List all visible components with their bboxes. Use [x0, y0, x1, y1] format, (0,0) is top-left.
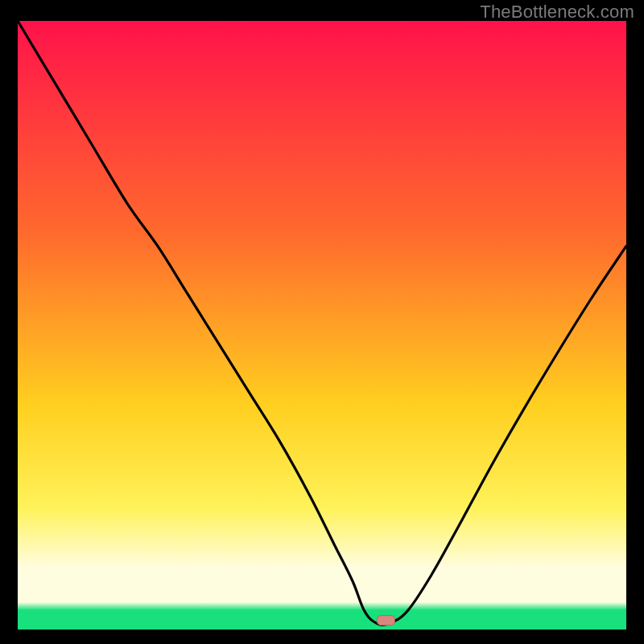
- bottleneck-chart: [18, 21, 626, 630]
- optimal-point-marker: [377, 616, 394, 625]
- watermark-text: TheBottleneck.com: [480, 2, 634, 23]
- gradient-background: [18, 21, 626, 630]
- chart-frame: TheBottleneck.com: [0, 0, 644, 644]
- plot-area-wrapper: [18, 21, 626, 630]
